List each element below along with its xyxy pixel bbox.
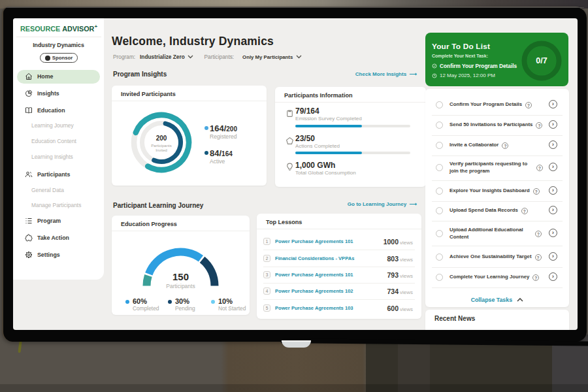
- svg-text:Participants: Participants: [151, 144, 171, 148]
- svg-text:Invited: Invited: [155, 148, 167, 152]
- svg-text:200: 200: [156, 135, 167, 142]
